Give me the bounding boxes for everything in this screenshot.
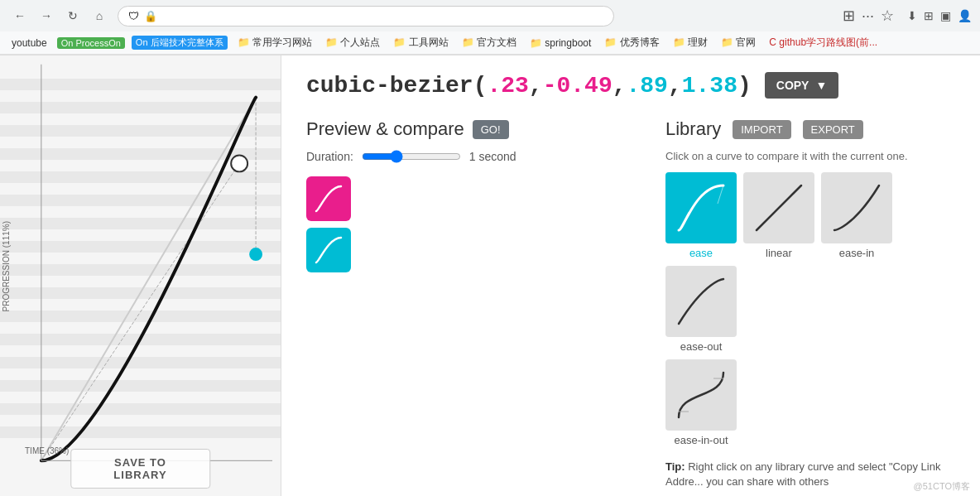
formula-prefix: cubic-bezier( xyxy=(306,73,487,99)
y-axis-label: PROGRESSION (111%) xyxy=(2,221,11,311)
library-curve-ease[interactable] xyxy=(665,172,737,243)
formula-p2: -0.49 xyxy=(543,73,612,99)
bookmark-finance[interactable]: 📁 理财 xyxy=(670,34,711,51)
right-panel: cubic-bezier(.23,-0.49,.89,1.38) COPY ▼ … xyxy=(281,55,980,496)
svg-line-5 xyxy=(679,212,689,230)
bookmark-learning[interactable]: 📁 常用学习网站 xyxy=(234,34,315,51)
shield-icon: 🛡 xyxy=(128,10,139,22)
ease-in-curve-svg xyxy=(828,179,886,237)
animation-boxes xyxy=(306,176,632,272)
formula-comma3: , xyxy=(668,73,682,99)
url-input[interactable]: https://cubic-bezier.com/#.23,-0.49,.89,… xyxy=(162,10,603,22)
bookmark-processon[interactable]: On ProcessOn xyxy=(57,37,125,49)
tip-text: Tip: Right click on any library curve an… xyxy=(665,460,955,489)
ease-out-curve-svg xyxy=(672,272,730,330)
preview-section: Preview & compare GO! Duration: 1 second xyxy=(306,118,955,489)
anim-curve-cyan xyxy=(312,234,345,267)
ease-in-out-curve-svg xyxy=(672,366,730,424)
lock-icon: 🔒 xyxy=(144,10,157,22)
library-item-linear[interactable]: linear xyxy=(743,172,814,259)
library-subtitle: Click on a curve to compare it with the … xyxy=(665,150,955,162)
formula-suffix: ) xyxy=(737,73,752,99)
library-curve-ease-in-out[interactable] xyxy=(665,359,737,431)
formula-comma1: , xyxy=(529,73,543,99)
nav-buttons: ← → ↻ ⌂ xyxy=(8,4,111,27)
library-grid-row2: ease-in-out xyxy=(665,359,955,446)
export-button[interactable]: EXPORT xyxy=(803,120,863,139)
control-point-1 xyxy=(231,155,247,171)
bookmark-tools[interactable]: 📁 工具网站 xyxy=(390,34,451,51)
library-grid: ease linear xyxy=(665,172,955,353)
bookmark-youtube[interactable]: youtube xyxy=(8,36,50,51)
refresh-button[interactable]: ↻ xyxy=(61,4,84,27)
bookmark-springboot[interactable]: 📁 springboot xyxy=(526,36,594,51)
bookmark-personal[interactable]: 📁 个人站点 xyxy=(322,34,383,51)
bookmark-official[interactable]: 📁 官网 xyxy=(718,34,759,51)
linear-label: linear xyxy=(766,247,792,259)
tip-bold: Tip: xyxy=(665,460,685,473)
ease-label: ease xyxy=(689,247,713,259)
duration-label: Duration: xyxy=(306,150,353,163)
star-icon[interactable]: ☆ xyxy=(881,7,894,25)
profile-icon[interactable]: 👤 xyxy=(958,9,972,22)
duration-slider[interactable] xyxy=(362,150,461,163)
formula-header: cubic-bezier(.23,-0.49,.89,1.38) COPY ▼ xyxy=(306,72,955,99)
browser-toolbar: ← → ↻ ⌂ 🛡 🔒 https://cubic-bezier.com/#.2… xyxy=(0,0,980,31)
search-icon[interactable]: ⊞ xyxy=(843,7,855,25)
browser-actions: ⊞ ··· ☆ ⬇ ⊞ ▣ 👤 xyxy=(843,7,972,25)
go-button[interactable]: GO! xyxy=(473,120,509,139)
home-button[interactable]: ⌂ xyxy=(88,4,111,27)
save-to-library-button[interactable]: SAVE TO LIBRARY xyxy=(70,449,211,489)
library-title-text: Library xyxy=(665,118,721,140)
ease-in-out-label: ease-in-out xyxy=(674,434,728,446)
copy-label: COPY xyxy=(776,79,809,92)
svg-line-0 xyxy=(41,98,256,461)
watermark: @51CTO博客 xyxy=(914,480,970,493)
library-item-ease-in[interactable]: ease-in xyxy=(821,172,892,259)
library-item-ease[interactable]: ease xyxy=(665,172,737,259)
library-curve-ease-in[interactable] xyxy=(821,172,892,243)
library-curve-linear[interactable] xyxy=(743,172,814,243)
forward-button[interactable]: → xyxy=(35,4,58,27)
bookmarks-bar: youtube On ProcessOn On 后端技术完整体系 📁 常用学习网… xyxy=(0,31,980,55)
svg-line-1 xyxy=(41,163,239,460)
menu-icon[interactable]: ··· xyxy=(862,7,874,25)
duration-row: Duration: 1 second xyxy=(306,150,632,163)
anim-box-pink xyxy=(306,176,351,221)
library-item-ease-out[interactable]: ease-out xyxy=(665,266,737,353)
bookmark-backend[interactable]: On 后端技术完整体系 xyxy=(132,36,228,50)
copy-button[interactable]: COPY ▼ xyxy=(765,72,839,99)
preview-title: Preview & compare GO! xyxy=(306,118,632,140)
svg-line-6 xyxy=(718,185,723,204)
browser-chrome: ← → ↻ ⌂ 🛡 🔒 https://cubic-bezier.com/#.2… xyxy=(0,0,980,55)
formula-p1: .23 xyxy=(487,73,528,99)
import-button[interactable]: IMPORT xyxy=(733,120,790,139)
library-curve-ease-out[interactable] xyxy=(665,266,737,337)
preview-left: Preview & compare GO! Duration: 1 second xyxy=(306,118,632,489)
extensions-icon[interactable]: ⊞ xyxy=(924,9,934,22)
formula-p3: .89 xyxy=(627,73,668,99)
download-icon[interactable]: ⬇ xyxy=(907,9,917,22)
ease-in-label: ease-in xyxy=(839,247,875,259)
back-button[interactable]: ← xyxy=(8,4,31,27)
formula-comma2: , xyxy=(612,73,627,99)
formula-p4: 1.38 xyxy=(682,73,737,99)
formula-display: cubic-bezier(.23,-0.49,.89,1.38) xyxy=(306,73,752,99)
anim-box-cyan xyxy=(306,228,351,272)
address-bar[interactable]: 🛡 🔒 https://cubic-bezier.com/#.23,-0.49,… xyxy=(118,6,614,26)
bookmark-blog[interactable]: 📁 优秀博客 xyxy=(601,34,662,51)
curve-editor: PROGRESSION (111%) TIME (36%) SAVE TO LI… xyxy=(0,55,281,496)
bookmark-docs[interactable]: 📁 官方文档 xyxy=(459,34,520,51)
sidebar-icon[interactable]: ▣ xyxy=(940,9,951,22)
copy-dropdown-arrow: ▼ xyxy=(815,79,827,92)
library-section: Library IMPORT EXPORT Click on a curve t… xyxy=(665,118,955,489)
main-content: PROGRESSION (111%) TIME (36%) SAVE TO LI… xyxy=(0,55,980,496)
ease-out-label: ease-out xyxy=(680,340,723,353)
svg-line-7 xyxy=(757,185,801,230)
curve-canvas: PROGRESSION (111%) TIME (36%) SAVE TO LI… xyxy=(0,55,281,496)
duration-value: 1 second xyxy=(469,150,516,163)
library-item-ease-in-out[interactable]: ease-in-out xyxy=(665,359,737,446)
bookmark-github[interactable]: C github学习路线图(前... xyxy=(766,34,881,51)
x-axis-label: TIME (36%) xyxy=(25,446,69,455)
library-title: Library IMPORT EXPORT xyxy=(665,118,955,140)
